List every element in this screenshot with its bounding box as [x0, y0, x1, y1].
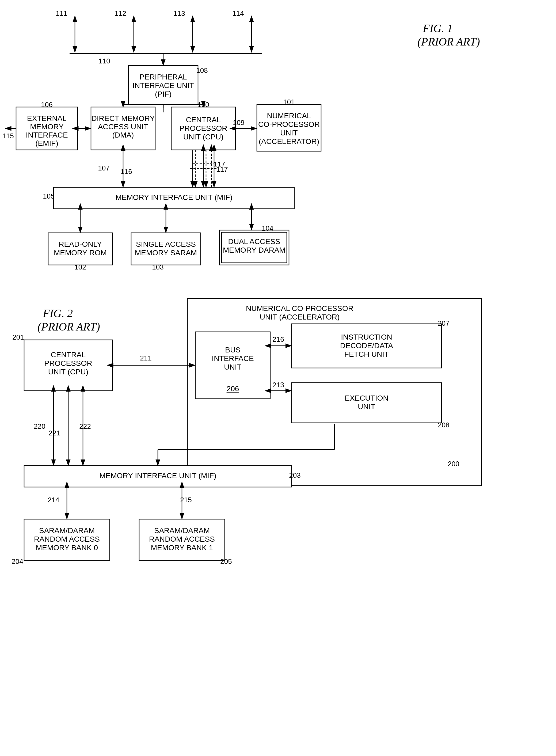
ref-215: 215 — [180, 496, 192, 504]
accel-label-1: NUMERICAL — [267, 112, 311, 120]
daram-label-2: MEMORY DARAM — [223, 246, 285, 254]
ref-109: 109 — [233, 118, 244, 127]
saram0-label-1: SARAM/DARAM — [39, 526, 95, 535]
ref-111: 111 — [56, 9, 67, 18]
saram-label-1: SINGLE ACCESS — [136, 240, 196, 248]
cpu-label-3: UNIT (CPU) — [183, 133, 223, 141]
saram1-label-3: MEMORY BANK 1 — [151, 544, 213, 552]
ref-216: 216 — [272, 335, 284, 343]
ref-113: 113 — [173, 9, 185, 18]
saram0-label-2: RANDOM ACCESS — [34, 535, 100, 543]
ref-220: 220 — [34, 422, 45, 430]
ref-213: 213 — [272, 381, 284, 389]
rom-label-1: READ-ONLY — [59, 240, 102, 248]
daram-label-1: DUAL ACCESS — [228, 237, 280, 246]
mif-label: MEMORY INTERFACE UNIT (MIF) — [115, 193, 232, 202]
fig1-subtitle: (PRIOR ART) — [417, 36, 480, 48]
cpu2-label-1: CENTRAL — [51, 351, 86, 359]
dma-label-1: DIRECT MEMORY — [92, 114, 155, 123]
ref-104: 104 — [262, 224, 273, 232]
dma-label-2: ACCESS UNIT — [98, 123, 148, 131]
ref-108: 108 — [196, 66, 208, 74]
ref-114: 114 — [232, 9, 244, 18]
ref-103: 103 — [152, 263, 164, 271]
biu-label-3: UNIT — [224, 363, 241, 371]
ref-112: 112 — [114, 9, 126, 18]
emif-label-1: EXTERNAL — [27, 114, 67, 123]
exec-label-1: EXECUTION — [345, 394, 388, 402]
ref-222: 222 — [79, 422, 91, 430]
fig2-title: FIG. 2 — [42, 307, 73, 319]
id-label-1: INSTRUCTION — [341, 333, 392, 341]
ref-205: 205 — [220, 557, 232, 565]
cpu2-label-2: PROCESSOR — [44, 359, 92, 368]
ref-211: 211 — [140, 354, 151, 362]
accel-label-4: (ACCELERATOR) — [259, 137, 319, 146]
ref-107: 107 — [98, 164, 109, 172]
emif-label-4: (EMIF) — [35, 139, 58, 147]
ref-115: 115 — [2, 132, 14, 140]
exec-label-2: UNIT — [358, 403, 375, 411]
ref-105: 105 — [43, 192, 54, 200]
cpu2-label-3: UNIT (CPU) — [48, 368, 88, 376]
emif-label-2: MEMORY — [30, 123, 64, 131]
ref-207: 207 — [438, 319, 449, 327]
cpu-label-2: PROCESSOR — [179, 124, 228, 133]
ref-201: 201 — [12, 333, 24, 341]
id-label-2: DECODE/DATA — [340, 341, 393, 350]
ref-204: 204 — [11, 557, 23, 565]
ref-221: 221 — [48, 429, 60, 437]
cpu-label-1: CENTRAL — [186, 115, 221, 124]
pif-label-1: PERIPHERAL — [139, 73, 187, 81]
saram1-label-2: RANDOM ACCESS — [149, 535, 215, 543]
ref-106: 106 — [41, 101, 53, 109]
ref-110: 110 — [99, 57, 110, 65]
accel-title-1: NUMERICAL CO-PROCESSOR — [246, 304, 353, 313]
saram0-label-3: MEMORY BANK 0 — [36, 544, 98, 552]
mif2-label: MEMORY INTERFACE UNIT (MIF) — [99, 472, 216, 480]
biu-label-2: INTERFACE — [212, 354, 254, 363]
fig1-title: FIG. 1 — [422, 22, 453, 35]
pif-label-3: (PIF) — [155, 90, 172, 98]
fig2-subtitle: (PRIOR ART) — [37, 320, 100, 333]
main-svg: FIG. 1 (PRIOR ART) 111 112 113 114 110 P… — [0, 0, 556, 756]
ref-116: 116 — [120, 168, 132, 176]
ref-208: 208 — [438, 421, 449, 429]
diagram-container: FIG. 1 (PRIOR ART) 111 112 113 114 110 P… — [0, 0, 556, 756]
biu-label-1: BUS — [225, 346, 241, 354]
rom-label-2: MEMORY ROM — [54, 249, 107, 257]
ref-200: 200 — [448, 460, 459, 468]
id-label-3: FETCH UNIT — [344, 350, 389, 358]
ref-102: 102 — [74, 263, 86, 271]
accel-label-3: UNIT — [280, 129, 298, 137]
pif-label-2: INTERFACE UNIT — [133, 81, 194, 90]
accel-title-2: UNIT (ACCELERATOR) — [260, 313, 340, 321]
ref-117b: 117 — [216, 165, 228, 173]
accel-label-2: CO-PROCESSOR — [258, 120, 320, 129]
dma-label-3: (DMA) — [112, 131, 134, 139]
ref-214: 214 — [48, 496, 59, 504]
biu-ref: 206 — [227, 384, 239, 393]
saram-label-2: MEMORY SARAM — [135, 249, 197, 257]
ref-101: 101 — [283, 98, 294, 106]
saram1-label-1: SARAM/DARAM — [154, 526, 210, 535]
emif-label-3: INTERFACE — [26, 131, 68, 139]
ref-203: 203 — [289, 471, 301, 479]
